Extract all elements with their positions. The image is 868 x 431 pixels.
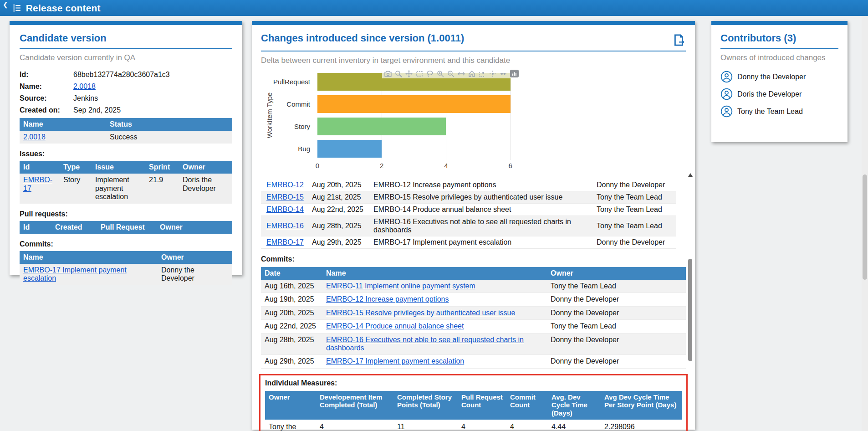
- issue-id-link[interactable]: EMRBO-14: [266, 205, 312, 214]
- commit-link[interactable]: EMRBO-17 Implement payment escalation: [326, 357, 464, 365]
- autoscale-icon[interactable]: [458, 70, 465, 77]
- zoom-icon[interactable]: [395, 70, 402, 77]
- column-header: Pull Request: [97, 221, 156, 234]
- category-label: Commit: [270, 93, 310, 115]
- column-header: Name: [322, 267, 547, 280]
- measure-row: Tony the Team Lead 4 11 4 4 4.44 2.29809…: [265, 420, 682, 431]
- person-circle-icon: [720, 88, 733, 100]
- commit-link[interactable]: EMRBO-12 Increase payment options: [326, 295, 449, 303]
- collapse-chevron-icon[interactable]: ❮: [3, 1, 8, 8]
- changed-issues-list: EMRBO-12 Aug 20th, 2025 EMRBO-12 Increas…: [261, 179, 676, 249]
- pan-icon[interactable]: [405, 70, 413, 77]
- cell: Aug 28th, 2025: [261, 333, 322, 355]
- list-item: Tony the Team Lead: [720, 105, 838, 118]
- spike-lines-icon[interactable]: [479, 70, 486, 77]
- candidate-name-link[interactable]: 2.0018: [73, 82, 96, 91]
- commit-row: Aug 28th, 2025 EMRBO-16 Executives not a…: [261, 333, 686, 355]
- box-select-icon[interactable]: [416, 70, 423, 77]
- column-header: Name: [20, 251, 158, 264]
- release-content-icon[interactable]: [12, 3, 22, 13]
- issue-id-link[interactable]: EMRBO-15: [266, 193, 312, 201]
- cell: Story: [60, 174, 92, 203]
- list-item: Donny the Developer: [720, 71, 838, 83]
- cell: Donny the Developer: [547, 333, 686, 355]
- cell: Doris the Developer: [179, 174, 232, 203]
- cell: 2.298096: [601, 420, 682, 431]
- column-header: Owner: [158, 251, 232, 264]
- column-header: Sprint: [145, 161, 179, 174]
- table-row: EMRBO-17 Implement payment escalation Do…: [20, 264, 232, 285]
- issue-owner: Tony the Team Lead: [597, 205, 676, 214]
- issue-id-link[interactable]: EMRBO-16: [266, 222, 312, 230]
- zoom-out-icon[interactable]: [447, 70, 454, 77]
- cell: Aug 29th, 2025: [261, 355, 322, 368]
- issue-id-link[interactable]: EMRBO-17: [266, 238, 312, 246]
- zoom-in-icon[interactable]: [437, 70, 444, 77]
- issue-id-link[interactable]: EMRBO-17: [23, 176, 52, 192]
- changes-panel: Changes introduced since version (1.0011…: [252, 21, 695, 430]
- list-item: Doris the Developer: [720, 88, 838, 100]
- issue-row: EMRBO-14 Aug 22nd, 2025 EMRBO-14 Produce…: [261, 204, 676, 216]
- cell: Tony the Team Lead: [265, 420, 316, 431]
- candidate-issues-table: Id Type Issue Sprint Owner EMRBO-17 Stor…: [20, 161, 232, 203]
- field-id: Id: 68beb132774a280c3607a1c3: [20, 71, 232, 79]
- issue-date: Aug 28th, 2025: [312, 222, 373, 230]
- x-tick-label: 2: [380, 162, 383, 169]
- changes-commits-label: Commits:: [261, 255, 686, 263]
- field-value-created: Sep 2nd, 2025: [73, 106, 121, 114]
- commit-link[interactable]: EMRBO-14 Produce annual balance sheet: [326, 322, 464, 330]
- cell: 4: [316, 420, 393, 431]
- field-value-id: 68beb132774a280c3607a1c3: [73, 71, 170, 79]
- person-circle-icon: [720, 71, 733, 83]
- issue-date: Aug 29th, 2025: [312, 238, 373, 246]
- cell: Aug 19th, 2025: [261, 293, 322, 306]
- commits-label: Commits:: [20, 240, 232, 248]
- candidate-panel-subtitle: Candidate version currently in QA: [20, 53, 232, 62]
- issue-summary: EMRBO-17 Implement payment escalation: [373, 238, 597, 246]
- contributors-list: Donny the Developer Doris the Developer …: [720, 71, 838, 118]
- pull-requests-label: Pull requests:: [20, 210, 232, 218]
- lasso-select-icon[interactable]: [426, 70, 434, 77]
- column-header: Owner: [179, 161, 232, 174]
- cell: Success: [106, 131, 232, 144]
- field-label-created: Created on:: [20, 106, 73, 114]
- app-header: ❮ Release content: [0, 0, 868, 16]
- contributors-panel: Contributors (3) Owners of introduced ch…: [711, 21, 848, 142]
- cell: Aug 16th, 2025: [261, 280, 322, 293]
- category-label: Bug: [270, 138, 310, 160]
- commit-link[interactable]: EMRBO-16 Executives not able to see all …: [326, 336, 524, 352]
- cell: EMRBO-14 Produce annual balance sheet: [322, 320, 547, 333]
- export-icon[interactable]: [672, 33, 686, 47]
- candidate-fields: Id: 68beb132774a280c3607a1c3 Name: 2.001…: [20, 71, 232, 114]
- hover-compare-icon[interactable]: [500, 70, 507, 77]
- hover-closest-icon[interactable]: [489, 70, 496, 77]
- x-tick-label: 6: [509, 162, 512, 169]
- x-tick-label: 0: [316, 162, 319, 169]
- version-link[interactable]: 2.0018: [23, 133, 46, 141]
- chart-category-labels: PullRequest Commit Story Bug: [274, 71, 314, 160]
- cell: Tony the Team Lead: [547, 280, 686, 293]
- contributors-title-row: Contributors (3): [720, 32, 838, 49]
- contributor-name: Tony the Team Lead: [737, 108, 803, 116]
- scroll-up-arrow-icon[interactable]: [688, 173, 693, 177]
- gridline: [511, 71, 511, 160]
- field-created: Created on: Sep 2nd, 2025: [20, 106, 232, 114]
- commit-link[interactable]: EMRBO-11 Implement online payment system: [326, 282, 475, 290]
- table-row: 2.0018 Success: [20, 131, 232, 144]
- panel-scrollbar-thumb[interactable]: [688, 259, 692, 361]
- field-source: Source: Jenkins: [20, 94, 232, 103]
- plotly-logo-icon[interactable]: [510, 70, 519, 77]
- column-header: Avg. Dev Cycle Time (Days): [548, 391, 601, 420]
- commit-link[interactable]: EMRBO-15 Resolve privileges by authentic…: [326, 309, 515, 317]
- page-title: Release content: [26, 3, 101, 14]
- panel-scrollbar: [688, 173, 693, 426]
- camera-icon[interactable]: [384, 70, 392, 77]
- chart-modebar: [382, 69, 521, 78]
- issue-id-link[interactable]: EMRBO-12: [266, 181, 312, 189]
- workitem-type-chart: WorkItem Type PullRequest Commit Story B…: [261, 71, 686, 175]
- reset-axes-icon[interactable]: [468, 70, 475, 77]
- commit-link[interactable]: EMRBO-17 Implement payment escalation: [23, 266, 127, 282]
- version-table: Name Status 2.0018 Success: [20, 118, 232, 144]
- cell: Aug 22nd, 2025: [261, 320, 322, 333]
- page-scrollbar-thumb[interactable]: [863, 174, 867, 280]
